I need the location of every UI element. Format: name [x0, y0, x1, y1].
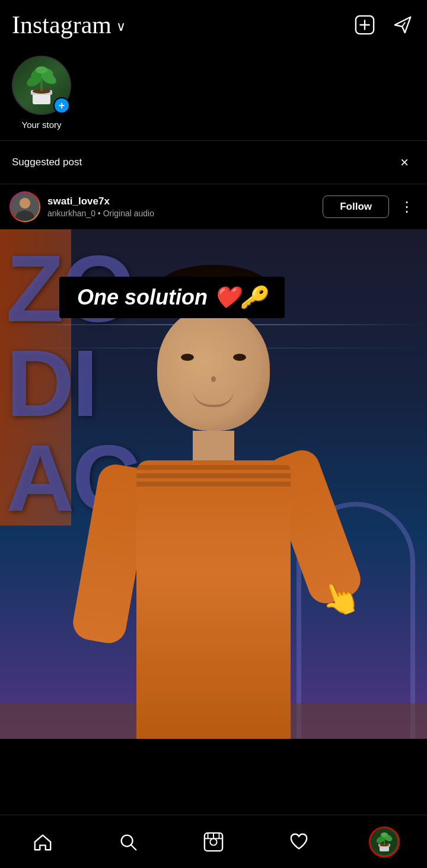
post-caption-overlay: One solution ❤️🔑 [59, 277, 285, 318]
post-user-info: swati_love7x ankurkhan_0 • Original audi… [47, 196, 316, 218]
search-icon [118, 832, 138, 852]
head [157, 306, 270, 431]
turtleneck [136, 460, 291, 496]
post-header: swati_love7x ankurkhan_0 • Original audi… [0, 184, 427, 229]
suggested-post-label: Suggested post [12, 156, 82, 168]
nav-activity[interactable] [275, 824, 323, 860]
torso [136, 460, 291, 739]
profile-avatar-image [371, 829, 397, 855]
story-add-button[interactable]: + [53, 97, 70, 114]
nav-search[interactable] [104, 824, 152, 860]
instagram-logo[interactable]: Instagram ∨ [12, 11, 126, 39]
story-label: Your story [22, 120, 62, 130]
post-subtitle: ankurkhan_0 • Original audio [47, 209, 316, 218]
post-username[interactable]: swati_love7x [47, 196, 316, 207]
svg-line-19 [131, 844, 136, 850]
your-story-item[interactable]: + Your story [12, 56, 71, 130]
more-options-button[interactable]: ⋮ [396, 196, 418, 217]
follow-button[interactable]: Follow [323, 196, 389, 218]
svg-point-33 [381, 832, 388, 837]
story-avatar-wrap[interactable]: + [12, 56, 71, 115]
suggested-post-banner: Suggested post × [0, 141, 427, 184]
top-header: Instagram ∨ [0, 0, 427, 47]
smile [193, 389, 234, 407]
home-icon [33, 832, 53, 852]
torso-area: 👆 [101, 454, 326, 739]
nav-spacer [0, 739, 427, 792]
post-user-avatar[interactable] [9, 191, 40, 222]
post-caption-text: One solution ❤️🔑 [77, 285, 267, 309]
svg-point-21 [210, 838, 216, 845]
post-avatar-inner [11, 193, 39, 221]
chevron-down-icon[interactable]: ∨ [116, 19, 126, 34]
svg-point-12 [36, 66, 47, 73]
heart-icon [289, 832, 309, 852]
send-message-icon[interactable] [390, 12, 415, 37]
neck [193, 431, 234, 460]
nose [211, 376, 216, 382]
nav-home[interactable] [19, 824, 66, 860]
post-image: ZODIAC [0, 229, 427, 739]
sweater-line-2 [136, 473, 291, 478]
logo-text: Instagram [12, 11, 111, 39]
stories-row: + Your story [0, 47, 427, 141]
left-eye [181, 354, 194, 361]
sweater-line-1 [136, 465, 291, 470]
sweater-line-3 [136, 482, 291, 486]
post-container: swati_love7x ankurkhan_0 • Original audi… [0, 184, 427, 739]
right-eye [233, 354, 246, 361]
nav-reels[interactable] [190, 824, 237, 860]
svg-line-3 [402, 23, 405, 27]
reels-icon [203, 832, 224, 852]
nav-profile[interactable] [361, 824, 408, 860]
profile-avatar[interactable] [369, 827, 400, 857]
new-post-icon[interactable] [352, 12, 377, 37]
svg-point-16 [20, 198, 30, 209]
person-figure: 👆 [101, 265, 326, 739]
bottom-navigation [0, 815, 427, 868]
close-suggested-button[interactable]: × [394, 152, 415, 173]
header-actions [352, 12, 415, 37]
